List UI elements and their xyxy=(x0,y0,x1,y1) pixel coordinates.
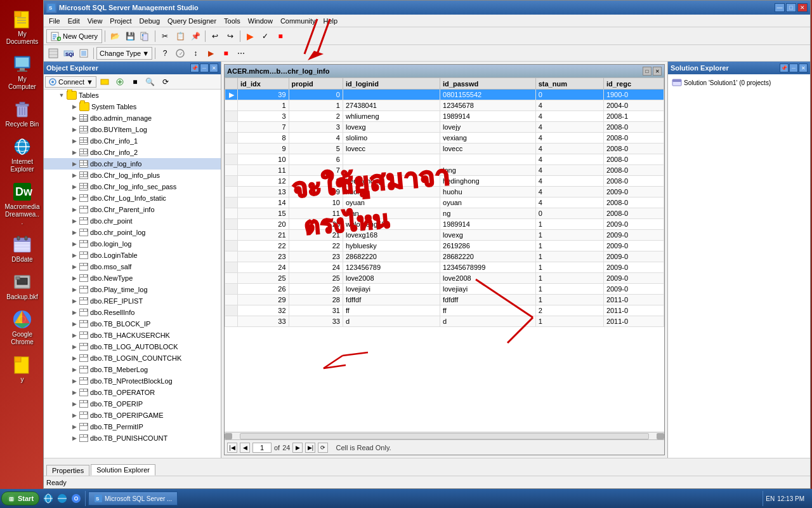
table-row[interactable]: 117long42008-0 xyxy=(225,165,664,176)
cut-button[interactable]: ✂ xyxy=(158,29,172,43)
parse-button[interactable]: ✓ xyxy=(258,29,272,43)
ql-chrome[interactable] xyxy=(70,492,82,505)
row-indicator-cell[interactable] xyxy=(225,133,238,144)
data-cell[interactable]: 1 xyxy=(535,251,603,262)
data-cell[interactable]: 9 xyxy=(238,144,289,154)
data-cell[interactable]: 2009-0 xyxy=(603,273,664,284)
data-cell[interactable]: lovexg xyxy=(440,230,536,241)
data-cell[interactable]: bian xyxy=(343,208,440,219)
data-cell[interactable]: 2008-0 xyxy=(603,197,664,208)
oe-btn2[interactable] xyxy=(113,75,127,89)
tree-tables-root[interactable]: ▼ Tables xyxy=(44,90,221,101)
data-cell[interactable]: 28 xyxy=(289,295,343,305)
data-cell[interactable]: lovecc xyxy=(343,144,440,154)
data-cell[interactable]: fdffdf xyxy=(343,295,440,305)
row-indicator-cell[interactable] xyxy=(225,273,238,284)
tree-tb-permitip[interactable]: ▶ dbo.TB_PermitIP xyxy=(44,421,221,432)
data-cell[interactable]: 2004-0 xyxy=(603,100,664,111)
data-cell[interactable]: 26 xyxy=(238,284,289,295)
minimize-button[interactable]: — xyxy=(775,3,785,12)
menu-debug[interactable]: Debug xyxy=(136,16,164,26)
data-cell[interactable]: 32 xyxy=(238,305,289,316)
data-cell[interactable]: 0 xyxy=(289,90,343,100)
copy-button[interactable]: 📋 xyxy=(173,29,187,43)
se-solution-item[interactable]: Solution 'Solution1' (0 projects) xyxy=(671,77,808,88)
table-row[interactable]: 11274380411234567842004-0 xyxy=(225,100,664,111)
new-query-button[interactable]: + New Query xyxy=(46,29,102,43)
data-cell[interactable]: oyuan xyxy=(440,197,536,208)
oe-pin-button[interactable]: 📌 xyxy=(190,64,199,72)
data-cell[interactable]: 11 xyxy=(289,208,343,219)
tree-play-time[interactable]: ▶ dbo.Play_time_log xyxy=(44,284,221,295)
row-indicator-cell[interactable] xyxy=(225,187,238,197)
data-cell[interactable]: 1 xyxy=(535,284,603,295)
tree-login-table[interactable]: ▶ dbo.LoginTable xyxy=(44,250,221,261)
tree-system-tables[interactable]: ▶ System Tables xyxy=(44,101,221,112)
table-row[interactable]: ▶390080115554201900-0 xyxy=(225,90,664,100)
data-cell[interactable]: 21 xyxy=(289,230,343,241)
data-cell[interactable]: lovexg xyxy=(343,122,440,133)
data-cell[interactable]: lovejiayi xyxy=(440,284,536,295)
data-cell[interactable]: 4 xyxy=(535,165,603,176)
oe-btn1[interactable] xyxy=(98,75,112,89)
data-cell[interactable]: 2619286 xyxy=(440,241,536,251)
data-cell[interactable]: 4 xyxy=(535,197,603,208)
tree-tb-meber[interactable]: ▶ dbo.TB_MeberLog xyxy=(44,364,221,375)
prev-page-button[interactable]: ◀ xyxy=(240,443,250,453)
tree-chr-log-info-plus[interactable]: ▶ dbo.Chr_log_info_plus xyxy=(44,170,221,181)
table-row[interactable]: 95lovecclovecc42008-0 xyxy=(225,144,664,154)
icon-recycle-bin[interactable]: Recycle Bin xyxy=(3,97,41,131)
data-cell[interactable]: d xyxy=(440,316,536,327)
data-cell[interactable]: 2 xyxy=(535,305,603,316)
data-cell[interactable]: ff xyxy=(440,305,536,316)
tree-tb-operator[interactable]: ▶ dbo.TB_OPERATOR xyxy=(44,387,221,398)
data-cell[interactable]: 24 xyxy=(289,262,343,273)
ql-ie[interactable] xyxy=(42,492,55,505)
icon-google-chrome[interactable]: Google Chrome xyxy=(3,307,41,349)
data-cell[interactable]: 7 xyxy=(238,122,289,133)
data-cell[interactable]: 25 xyxy=(238,273,289,284)
tree-resell-info[interactable]: ▶ dbo.ResellInfo xyxy=(44,307,221,318)
maximize-button[interactable]: □ xyxy=(786,3,796,12)
data-cell[interactable]: 10 xyxy=(238,154,289,165)
table-row[interactable]: 2222hybluesky261928612009-0 xyxy=(225,241,664,251)
properties-tab[interactable]: Properties xyxy=(46,465,89,476)
tree-chr-info1[interactable]: ▶ dbo.Chr_info_1 xyxy=(44,135,221,147)
table-row[interactable]: 2323286822202868222012009-0 xyxy=(225,251,664,262)
data-cell[interactable]: 2 xyxy=(289,111,343,122)
data-cell[interactable]: 15 xyxy=(238,208,289,219)
connect-button[interactable]: Connect ▼ xyxy=(45,76,96,88)
data-cell[interactable]: lovecc xyxy=(440,144,536,154)
table-row[interactable]: 2020whlomeng520198991412009-0 xyxy=(225,219,664,230)
data-cell[interactable]: 2008-0 xyxy=(603,176,664,187)
data-cell[interactable]: love2008 xyxy=(343,273,440,284)
data-cell[interactable]: 4 xyxy=(535,176,603,187)
menu-project[interactable]: Project xyxy=(106,16,135,26)
save-button[interactable]: 💾 xyxy=(123,29,137,43)
data-cell[interactable]: 31 xyxy=(289,305,343,316)
icon-backup[interactable]: Backup.bkf xyxy=(3,269,41,304)
open-button[interactable]: 📂 xyxy=(108,29,122,43)
toolbar2-run[interactable]: ▶ xyxy=(204,46,218,60)
data-cell[interactable] xyxy=(440,154,536,165)
tree-chr-point[interactable]: ▶ dbo.chr_point xyxy=(44,215,221,227)
tree-chr-point-log[interactable]: ▶ dbo.chr_point_log xyxy=(44,227,221,238)
data-cell[interactable]: vexiang xyxy=(440,133,536,144)
data-cell[interactable]: 2011-0 xyxy=(603,295,664,305)
row-indicator-cell[interactable] xyxy=(225,262,238,273)
toolbar2-sort[interactable]: ↕ xyxy=(188,46,202,60)
row-indicator-cell[interactable] xyxy=(225,230,238,241)
table-row[interactable]: 128hedinghonghedinghong42008-0 xyxy=(225,176,664,187)
tree-tb-hack[interactable]: ▶ dbo.TB_HACKUSERCHK xyxy=(44,330,221,341)
row-indicator-cell[interactable] xyxy=(225,100,238,111)
data-cell[interactable]: 2009-0 xyxy=(603,187,664,197)
data-cell[interactable]: 4 xyxy=(535,144,603,154)
tree-chr-parent[interactable]: ▶ dbo.Chr_Parent_info xyxy=(44,204,221,215)
undo-button[interactable]: ↩ xyxy=(208,29,222,43)
table-row[interactable]: 84slolimovexiang42008-0 xyxy=(225,133,664,144)
data-cell[interactable]: 28682220 xyxy=(440,251,536,262)
tree-new-type[interactable]: ▶ dbo.NewType xyxy=(44,272,221,284)
icon-dreamweaver[interactable]: Dw Macromedia Dreamwea... xyxy=(3,179,41,229)
data-cell[interactable]: 12 xyxy=(238,176,289,187)
data-cell[interactable]: 4 xyxy=(535,100,603,111)
